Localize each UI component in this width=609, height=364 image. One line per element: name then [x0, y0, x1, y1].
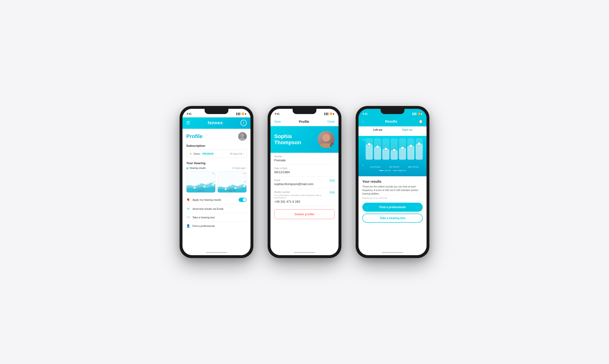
profile-name: Sophia Thompson	[274, 133, 314, 146]
home-indicator-3	[359, 250, 427, 255]
mobile-label: Mobile number	[274, 191, 330, 193]
audio-bar-2	[374, 138, 381, 160]
battery-icon-2: ▮	[333, 113, 334, 115]
svg-point-26	[322, 134, 330, 141]
hearing-icon: 🎈	[186, 198, 190, 202]
bar-fill-4	[391, 150, 398, 160]
bar-fill-1	[366, 144, 373, 160]
audio-bar-6	[407, 138, 415, 160]
app-header: ☰ fennex i	[182, 117, 250, 129]
delete-profile-button[interactable]: Delete profile	[274, 209, 335, 219]
signal-icon: ▌▌▌	[236, 113, 241, 115]
menu-send-email[interactable]: ✉ Send test results via Email	[186, 204, 247, 213]
tab-left-ear[interactable]: Left ear	[363, 127, 392, 132]
phone-profile: 9:41 ▌▌▌ 📶 ▮ ☰ fennex i Profile	[180, 106, 253, 258]
freq-low-label: Low Pitched	[366, 166, 385, 168]
bar-fill-3	[382, 149, 389, 160]
audiogram-bars	[362, 138, 423, 164]
right-ear-chart[interactable]: 100 50 0	[217, 171, 247, 193]
svg-point-13	[220, 185, 221, 187]
menu-take-test[interactable]: 📨 Take a hearing test	[186, 213, 247, 221]
signal-icon-2: ▌▌▌	[324, 113, 329, 115]
back-button[interactable]: ‹	[362, 119, 363, 124]
bar-dot-5	[401, 147, 404, 149]
wifi-icon-3: 📶	[418, 113, 420, 115]
menu-find-pro[interactable]: 👤 Find a professional	[186, 221, 247, 230]
screen-1: ☰ fennex i Profile Subscri	[182, 117, 250, 255]
mobile-edit-button[interactable]: Edit	[330, 191, 335, 194]
hearing-section-title: Your Hearing	[186, 161, 247, 165]
hearing-section: Your Hearing ▩ Hearing results 14 days a…	[186, 161, 247, 230]
legend-right-label: Right ear	[398, 169, 406, 171]
info-icon[interactable]: i	[240, 120, 247, 126]
person-icon: 👤	[186, 224, 190, 228]
freq-high-label: High Pitched	[404, 166, 423, 168]
bar-fill-7	[415, 144, 423, 160]
status-bar-1: 9:41 ▌▌▌ 📶 ▮	[182, 109, 250, 117]
status-icons-1: ▌▌▌ 📶 ▮	[236, 113, 246, 115]
camera-icon[interactable]: 📷	[330, 143, 334, 148]
left-ear-chart[interactable]: 100 50 0	[186, 171, 216, 193]
bar-dot-4	[393, 149, 395, 151]
left-wave-svg	[187, 171, 215, 193]
time-2: 9:41	[275, 113, 279, 115]
bar-track-3	[382, 138, 389, 160]
bar-fill-5	[399, 148, 406, 160]
charts-row: 100 50 0	[186, 171, 247, 193]
mobile-content: Mobile number For notifications, reminde…	[274, 191, 330, 203]
apply-toggle[interactable]	[239, 198, 247, 202]
ear-tabs: Left ear Right ear	[362, 126, 423, 133]
premium-badge: PREMIUM	[202, 153, 213, 155]
profile-avatar[interactable]: 📷	[318, 131, 335, 148]
freq-labels: Low Pitched Mid Pitched High Pitched	[362, 166, 423, 168]
form-body: Gender Fremale Date of birth 06/12/1984 …	[270, 153, 339, 250]
left-ear-label: Left ear	[198, 190, 204, 192]
screen-3: ‹ Results 📋 Left ear Right ear 100 0	[359, 117, 427, 255]
mobile-field: Mobile number For notifications, reminde…	[274, 188, 335, 206]
ear-icon: 📨	[186, 216, 190, 219]
bar-dot-2	[376, 146, 379, 148]
email-field: Email sophia.thompson@mail.com Edit	[274, 177, 335, 188]
audio-bar-4	[391, 138, 398, 160]
mobile-sub: For notifications, reminders and assista…	[274, 194, 330, 199]
subscription-status: ★ Status: PREMIUM	[189, 152, 213, 156]
battery-icon: ▮	[245, 113, 246, 115]
days-left: 30 days left ›	[230, 153, 244, 155]
bar-track-6	[407, 138, 415, 160]
save-icon[interactable]: 📋	[419, 119, 423, 123]
profile-title-row: Profile	[186, 132, 247, 141]
menu-apply-label: Apply my hearing results	[193, 198, 221, 201]
legend-right: Right ear	[393, 169, 406, 171]
mobile-value: +39 331 471 6 283	[274, 200, 330, 203]
legend-left-label: Left ear	[384, 169, 391, 171]
svg-point-1	[240, 138, 245, 141]
menu-icon[interactable]: ☰	[186, 120, 190, 125]
chart-legend: Left ear Right ear	[362, 169, 423, 171]
save-button[interactable]: Save	[274, 120, 281, 123]
star-icon: ★	[189, 152, 192, 156]
avatar[interactable]	[238, 132, 247, 141]
chart-icon: ▩	[186, 167, 188, 169]
status-icons-3: ▌▌▌ 📶 ▮	[413, 113, 422, 115]
bar-track-4	[391, 138, 398, 160]
results-desc: These are the softest sounds you can hea…	[362, 185, 423, 195]
dob-value: 06/12/1984	[274, 170, 335, 174]
legend-left: Left ear	[379, 169, 391, 171]
gender-value: Fremale	[274, 158, 335, 162]
bar-fill-2	[374, 147, 381, 160]
hearing-header: ▩ Hearing results 14 days ago ›	[186, 167, 247, 169]
email-edit-button[interactable]: Edit	[330, 179, 335, 182]
gender-field: Gender Fremale	[274, 153, 335, 165]
find-professional-button[interactable]: Find a professional	[362, 203, 423, 212]
avatar-svg	[238, 132, 247, 141]
results-body: Your results These are the softest sound…	[359, 176, 427, 250]
menu-apply-hearing[interactable]: 🎈 Apply my hearing results	[186, 195, 247, 204]
tab-right-ear[interactable]: Right ear	[392, 127, 422, 132]
audio-bar-3	[382, 138, 389, 160]
results-title: Results	[385, 119, 397, 123]
page-title: Profile	[186, 133, 202, 140]
close-button[interactable]: Close	[327, 120, 335, 123]
audiogram-chart: 100 0	[359, 136, 427, 176]
phone-results: 9:41 ▌▌▌ 📶 ▮ ‹ Results 📋 Left ear Right …	[356, 106, 429, 258]
take-hearing-test-button[interactable]: Take a hearing test	[362, 214, 423, 223]
